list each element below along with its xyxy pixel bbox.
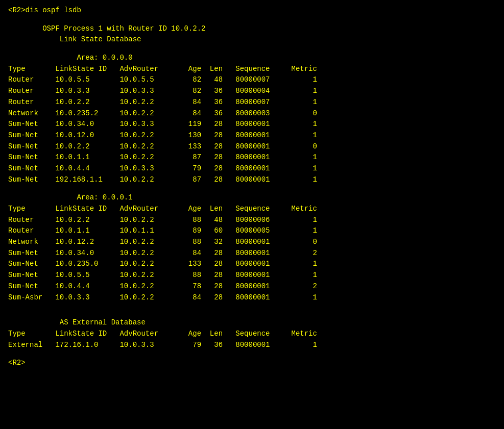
table-row: Network 10.0.235.2 10.0.2.2 84 36 800000…	[8, 108, 496, 119]
external-rows: External 172.16.1.0 10.0.3.3 79 36 80000…	[8, 340, 496, 351]
table-row: Router 10.0.2.2 10.0.2.2 88 48 80000006 …	[8, 215, 496, 226]
prompt-end: <R2>	[8, 358, 496, 369]
table-row: Sum-Asbr 10.0.3.3 10.0.2.2 84 28 8000000…	[8, 292, 496, 304]
table-row: Router 10.0.5.5 10.0.5.5 82 48 80000007 …	[8, 74, 496, 86]
table-row: Router 10.0.2.2 10.0.2.2 84 36 80000007 …	[8, 97, 496, 108]
table-row: Sum-Net 10.0.1.1 10.0.2.2 87 28 80000001…	[8, 152, 496, 163]
table-row: Sum-Net 192.168.1.1 10.0.2.2 87 28 80000…	[8, 174, 496, 186]
header-line2: Link State Database	[8, 34, 496, 45]
external-label: AS External Database	[8, 317, 496, 329]
area0-label: Area: 0.0.0.0	[8, 53, 496, 64]
table-row: Sum-Net 10.0.5.5 10.0.2.2 88 28 80000001…	[8, 270, 496, 281]
area1-label: Area: 0.0.0.1	[8, 192, 496, 204]
command-line: <R2>dis ospf lsdb	[8, 5, 496, 16]
table-row: Sum-Net 10.0.4.4 10.0.3.3 79 28 80000001…	[8, 163, 496, 174]
terminal-window: <R2>dis ospf lsdb OSPF Process 1 with Ro…	[8, 5, 496, 369]
table-row: Sum-Net 10.0.235.0 10.0.2.2 133 28 80000…	[8, 259, 496, 270]
table-row: External 172.16.1.0 10.0.3.3 79 36 80000…	[8, 340, 496, 351]
table-row: Sum-Net 10.0.12.0 10.0.2.2 130 28 800000…	[8, 130, 496, 141]
area0-columns: Type LinkState ID AdvRouter Age Len Sequ…	[8, 64, 496, 75]
table-row: Network 10.0.12.2 10.0.2.2 88 32 8000000…	[8, 237, 496, 248]
table-row: Sum-Net 10.0.2.2 10.0.2.2 133 28 8000000…	[8, 141, 496, 153]
table-row: Sum-Net 10.0.4.4 10.0.2.2 78 28 80000001…	[8, 281, 496, 292]
header-line1: OSPF Process 1 with Router ID 10.0.2.2	[8, 23, 496, 35]
table-row: Router 10.0.3.3 10.0.3.3 82 36 80000004 …	[8, 86, 496, 97]
area1-rows: Router 10.0.2.2 10.0.2.2 88 48 80000006 …	[8, 215, 496, 304]
area1-columns: Type LinkState ID AdvRouter Age Len Sequ…	[8, 204, 496, 215]
table-row: Sum-Net 10.0.34.0 10.0.2.2 84 28 8000000…	[8, 248, 496, 259]
area0-rows: Router 10.0.5.5 10.0.5.5 82 48 80000007 …	[8, 74, 496, 185]
external-columns: Type LinkState ID AdvRouter Age Len Sequ…	[8, 329, 496, 340]
table-row: Router 10.0.1.1 10.0.1.1 89 60 80000005 …	[8, 225, 496, 237]
table-row: Sum-Net 10.0.34.0 10.0.3.3 119 28 800000…	[8, 119, 496, 130]
